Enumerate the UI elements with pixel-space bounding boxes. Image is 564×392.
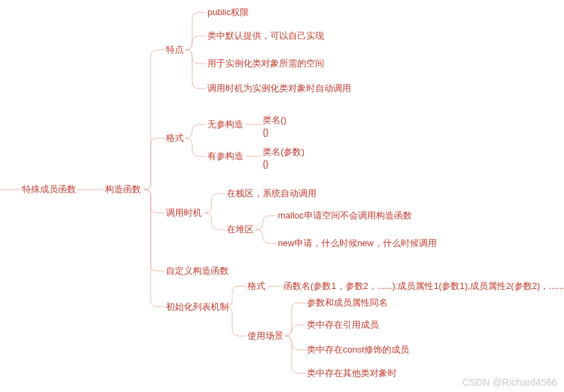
mindmap-leaf: 类中默认提供，可以自己实现 [207, 30, 324, 42]
mindmap-node-initlist-format: 格式 [247, 281, 265, 292]
mindmap-node-features: 特点 [166, 44, 184, 56]
mindmap-node-custom: 自定义构造函数 [166, 265, 229, 277]
mindmap-leaf: 参数和成员属性同名 [307, 297, 388, 309]
mindmap-leaf: 类名(参数) {} [263, 147, 305, 170]
mindmap-leaf: 类名() {} [263, 115, 287, 138]
mindmap-leaf: new申请，什么时候new，什么时候调用 [278, 238, 437, 250]
mindmap-node-format: 格式 [166, 133, 184, 144]
mindmap-node-constructor: 构造函数 [105, 184, 141, 196]
mindmap-leaf: 类中存在其他类对象时 [307, 368, 397, 380]
mindmap-leaf: 类中存在引用成员 [307, 319, 379, 331]
mindmap-leaf: 函数名(参数1，参数2，......):成员属性1(参数1),成员属性2(参数2… [283, 281, 564, 292]
mindmap-node-root: 特殊成员函数 [22, 184, 76, 196]
mindmap-leaf: 用于实例化类对象所需的空间 [207, 58, 324, 70]
mindmap-node-heap: 在堆区 [227, 224, 254, 236]
mindmap-node-usecases: 使用场景 [247, 330, 283, 342]
mindmap-node-noarg: 无参构造 [207, 119, 243, 131]
mindmap-leaf: public权限 [207, 7, 249, 19]
mindmap-leaf: 调用时机为实例化类对象时自动调用 [207, 83, 351, 95]
mindmap-leaf: 在栈区，系统自动调用 [227, 188, 317, 200]
mindmap-node-witharg: 有参构造 [207, 151, 243, 162]
mindmap-leaf: 类中存在const修饰的成员 [307, 344, 409, 356]
mindmap-node-timing: 调用时机 [166, 207, 202, 219]
mindmap-node-initlist: 初始化列表机制 [166, 301, 229, 313]
mindmap-leaf: malloc申请空间不会调用构造函数 [278, 210, 412, 222]
watermark-text: CSDN @Richard4566 [462, 377, 557, 388]
